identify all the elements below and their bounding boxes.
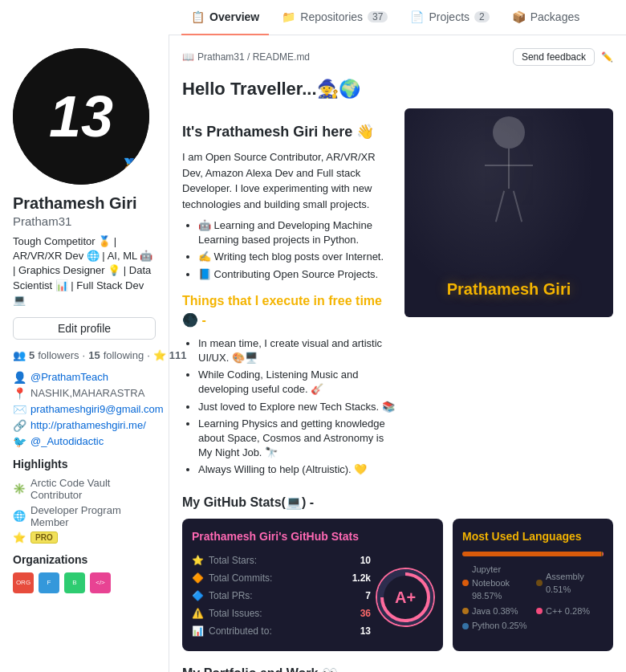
bullet-music: While Coding, Listening Music and develo… [198,368,395,397]
most-used-languages-title: Most Used Languages [462,528,604,545]
intro-text-section: It's Prathamesh Giri here 👋 I am Open So… [182,108,395,483]
repositories-icon: 📁 [282,10,295,23]
meta-location: 📍 NASHIK,MAHARASTRA [13,387,156,400]
followers-label: followers [38,349,79,361]
following-label: following [104,349,144,361]
readme-heading2: It's Prathamesh Giri here 👋 [182,121,395,143]
stat-prs: 🔷 Total PRs: 7 [192,589,371,603]
profile-username: Pratham31 [13,214,156,228]
free-time-heading: Things that I execute in free time 🌑 - [182,291,395,330]
send-feedback-button[interactable]: Send feedback [513,48,595,66]
stat-stars: ⭐ Total Stars: 10 [192,553,371,568]
meta-website: 🔗 http://prathameshgiri.me/ [13,419,156,432]
meta-twitter-handle-value[interactable]: @_Autodidactic [30,435,104,447]
nav-packages-label: Packages [530,10,579,23]
lang-cpp: C++ 0.28% [536,605,604,618]
stars-stat-icon: ⭐ [192,553,204,568]
book-icon: 📖 [182,51,194,63]
grade-text: A+ [395,585,416,609]
overview-icon: 📋 [191,10,205,23]
grade-inner: A+ [384,576,427,619]
stat-issues: ⚠️ Total Issues: 36 [192,606,371,621]
meta-website-value[interactable]: http://prathameshgiri.me/ [30,419,146,431]
profile-bio: Tough Competitor 🏅 | AR/VR/XR Dev 🌐 | AI… [13,234,156,307]
top-navigation: 📋 Overview 📁 Repositories 37 📄 Projects … [169,0,626,35]
avatar: 13 🏅 [13,48,149,185]
nav-projects[interactable]: 📄 Projects 2 [400,0,498,35]
cpp-dot [536,608,543,614]
stats-row: Prathamesh Giri's GitHub Stats ⭐ Total S… [182,519,613,651]
nav-overview[interactable]: 📋 Overview [181,0,269,35]
readme-breadcrumb: 📖 Pratham31 / README.md [182,51,310,63]
highlight-arctic: ✳️ Arctic Code Vault Contributor [13,477,156,501]
python-dot [462,623,469,629]
twitter-bird-icon: 🐦 [13,435,26,448]
meta-twitter-value[interactable]: @PrathamTeach [30,371,108,383]
portfolio-heading: My Portfolio and Work 👀 - [182,664,613,672]
location-icon: 📍 [13,387,26,400]
bullet-tech: Just loved to Explore new Tech Stacks. 📚 [198,400,395,414]
organizations-title: Organizations [13,553,156,566]
assembly-dot [536,580,543,586]
language-list: Jupyter Notebook 98.57% Assembly 0.51% J… [462,563,604,633]
meta-twitter: 👤 @PrathamTeach [13,371,156,384]
org-icon-1[interactable]: ORG [13,572,34,593]
arctic-icon: ✳️ [13,483,26,495]
projects-badge: 2 [474,11,490,22]
org-icon-4[interactable]: </> [90,572,111,593]
developer-icon: 🌐 [13,510,26,522]
intro-and-photo: It's Prathamesh Giri here 👋 I am Open So… [182,108,613,483]
highlight-developer: 🌐 Developer Program Member [13,504,156,528]
nav-packages[interactable]: 📦 Packages [502,0,589,35]
twitter-icon: 👤 [13,371,26,384]
lang-java: Java 0.38% [462,605,530,618]
nav-repositories[interactable]: 📁 Repositories 37 [272,0,397,35]
org-icon-2[interactable]: F [39,572,59,593]
sidebar: 13 🏅 Prathamesh Giri Pratham31 Tough Com… [0,35,169,672]
followers-info: 👥 5 followers · 15 following · ⭐ 111 [13,349,156,361]
edit-profile-button[interactable]: Edit profile [13,317,156,340]
packages-icon: 📦 [512,10,526,23]
page-layout: 13 🏅 Prathamesh Giri Pratham31 Tough Com… [0,35,626,672]
following-count: 15 [88,349,100,361]
highlights-title: Highlights [13,458,156,470]
lang-jupyter: Jupyter Notebook 98.57% [462,563,530,603]
avatar-text: 13 [49,88,113,145]
pro-badge: PRO [30,531,58,544]
contributed-icon: 📊 [192,624,204,638]
commits-icon: 🔶 [192,571,204,585]
followers-count: 5 [29,349,35,361]
edit-pencil-icon[interactable]: ✏️ [601,51,613,63]
star-highlight-icon: ⭐ [13,531,26,544]
bullet-blog: ✍️ Writing tech blog posts over Internet… [198,250,395,264]
star-icon: ⭐ [153,349,166,361]
readme-path-text: Pratham31 / README.md [197,51,310,63]
readme-heading1: Hello Traveller...🧙🌍 [182,75,613,102]
projects-icon: 📄 [410,10,424,23]
readme-actions: Send feedback ✏️ [513,48,613,66]
followers-icon: 👥 [13,349,26,361]
stats-content: ⭐ Total Stars: 10 🔶 Total Commits: 1.2k … [192,553,433,641]
main-content: 📖 Pratham31 / README.md Send feedback ✏️… [169,35,626,672]
prs-icon: 🔷 [192,589,204,603]
language-card: Most Used Languages Jupyter Notebook 9 [453,519,613,651]
issues-icon: ⚠️ [192,606,204,621]
readme-content: Hello Traveller...🧙🌍 It's Prathamesh Gir… [182,75,613,672]
java-dot [462,608,469,614]
lang-assembly: Assembly 0.51% [536,563,604,603]
grade-circle-container: A+ [377,553,433,641]
language-bar [462,552,604,556]
grade-circle: A+ [377,569,433,625]
repositories-badge: 37 [368,11,388,22]
github-photo: Prathamesh Giri [404,108,613,317]
meta-email-value[interactable]: prathameshgiri9@gmail.com [30,403,164,415]
bullet-astro: Learning Physics and getting knowledge a… [198,417,395,461]
highlight-pro: ⭐ PRO [13,531,156,544]
meta-twitter-handle: 🐦 @_Autodidactic [13,435,156,448]
stats-card-title: Prathamesh Giri's GitHub Stats [192,528,433,545]
nav-projects-label: Projects [429,10,470,23]
org-icon-3[interactable]: B [64,572,85,593]
stat-contributed: 📊 Contributed to: 13 [192,624,371,638]
readme-intro: I am Open Source Contributor, AR/VR/XR D… [182,149,395,212]
profile-name: Prathamesh Giri [13,194,156,213]
